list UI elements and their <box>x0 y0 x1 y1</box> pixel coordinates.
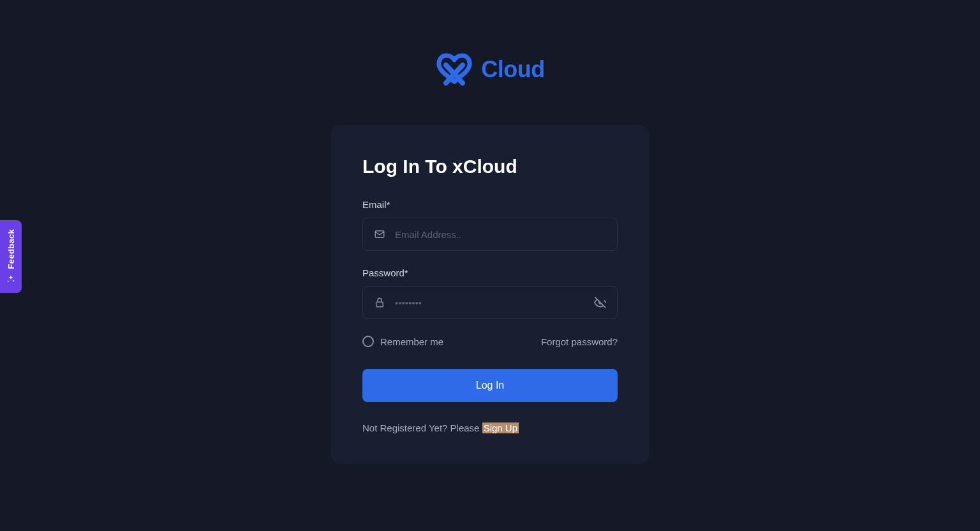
signup-link[interactable]: Sign Up <box>482 423 519 433</box>
eye-off-icon[interactable] <box>594 296 607 309</box>
login-button[interactable]: Log In <box>362 369 618 402</box>
feedback-label: Feedback <box>6 229 16 269</box>
mail-icon <box>373 228 386 241</box>
email-input[interactable] <box>386 218 607 250</box>
email-input-wrap <box>362 218 618 251</box>
heart-x-icon <box>435 52 473 87</box>
signup-prompt-text: Not Registered Yet? Please <box>362 423 482 433</box>
remember-me-checkbox[interactable]: Remember me <box>362 336 443 347</box>
forgot-password-link[interactable]: Forgot password? <box>541 336 618 347</box>
radio-unchecked-icon <box>362 336 374 347</box>
feedback-tab[interactable]: Feedback <box>0 220 22 293</box>
brand-name: Cloud <box>481 56 544 83</box>
login-card: Log In To xCloud Email* Password* <box>330 125 650 464</box>
lock-icon <box>373 296 386 309</box>
password-input[interactable] <box>386 287 594 318</box>
sparkle-icon <box>6 274 16 284</box>
password-input-wrap <box>362 286 618 319</box>
email-field-group: Email* <box>362 199 618 251</box>
password-label: Password* <box>362 267 618 278</box>
login-title: Log In To xCloud <box>362 156 618 177</box>
email-label: Email* <box>362 199 618 210</box>
svg-rect-1 <box>376 302 383 307</box>
remember-me-label: Remember me <box>380 336 443 347</box>
brand-logo: Cloud <box>435 52 544 87</box>
password-field-group: Password* <box>362 267 618 319</box>
signup-prompt: Not Registered Yet? Please Sign Up <box>362 423 618 433</box>
